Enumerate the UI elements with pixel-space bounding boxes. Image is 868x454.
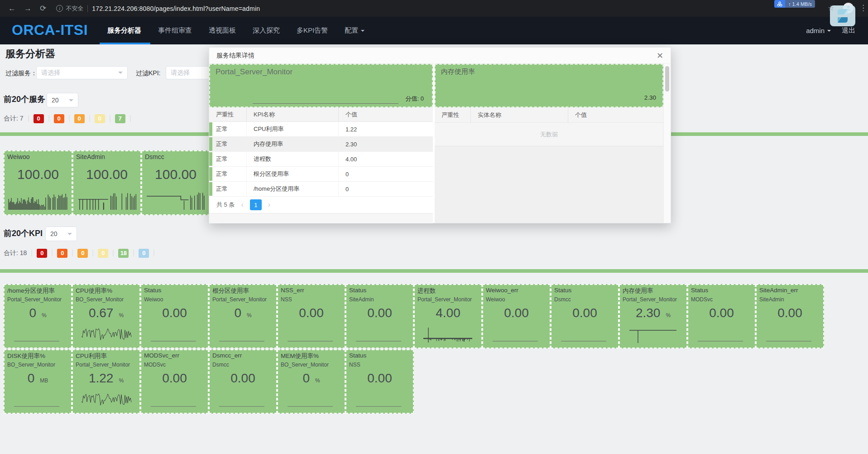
kpi-card-SiteAdmin_err[interactable]: SiteAdmin_errSiteAdmin0.00 bbox=[756, 284, 824, 348]
nav-item-2[interactable]: 事件组审查 bbox=[158, 26, 192, 35]
kpi-table-row[interactable]: 正常CPU利用率1.22 bbox=[209, 122, 433, 137]
kpi-card-title: Status bbox=[144, 287, 161, 294]
service-severity-badge-3: 0 bbox=[74, 114, 85, 123]
kpi-card-根分区使用率[interactable]: 根分区使用率Portal_Server_Monitor0% bbox=[209, 284, 277, 348]
kpi-card-service: BO_Server_Monitor bbox=[76, 296, 124, 303]
service-name: Portal_Server_Monitor bbox=[216, 68, 293, 77]
badge-separator bbox=[113, 250, 114, 256]
entity-table-header: 严重性 实体名称 个值 bbox=[435, 107, 663, 123]
kpi-card-title: 根分区使用率 bbox=[212, 287, 249, 295]
back-icon[interactable]: ← bbox=[8, 4, 16, 13]
close-icon[interactable]: ✕ bbox=[657, 52, 663, 60]
kpi-card-title: /home分区使用率 bbox=[7, 287, 55, 295]
kpi-card-title: MODSvc_err bbox=[144, 352, 179, 359]
forward-icon[interactable]: → bbox=[24, 4, 32, 13]
reload-icon[interactable]: ⟳ bbox=[40, 4, 46, 13]
kpi-card-service: SiteAdmin bbox=[759, 296, 784, 303]
nav-item-6[interactable]: 配置 bbox=[345, 26, 364, 35]
filter-kpi-placeholder: 请选择 bbox=[171, 69, 190, 77]
service-card-Weiwoo[interactable]: Weiwoo100.00 bbox=[4, 150, 72, 215]
nav-item-3[interactable]: 透视面板 bbox=[209, 26, 236, 35]
user-menu[interactable]: admin bbox=[806, 27, 831, 34]
kpi-card-CPU使用率%[interactable]: CPU使用率%BO_Server_Monitor0.67% bbox=[72, 284, 140, 348]
nav-item-1[interactable]: 服务分析器 bbox=[107, 26, 141, 35]
top-services-count-select[interactable]: 20 bbox=[47, 93, 78, 107]
badge-separator bbox=[89, 115, 90, 122]
kpi-card-service: Portal_Server_Monitor bbox=[623, 296, 677, 303]
entity-table-empty: 无数据 bbox=[435, 123, 663, 146]
next-page-icon[interactable]: › bbox=[268, 201, 270, 209]
service-card-sparkline bbox=[6, 189, 70, 213]
kpi-card-sparkline bbox=[147, 326, 202, 346]
kpi-table-row[interactable]: 正常/home分区使用率0 bbox=[209, 182, 433, 197]
bookmark-star-icon[interactable]: ☆ bbox=[828, 4, 834, 12]
modal-scrollbar[interactable] bbox=[663, 64, 671, 223]
kpi-card-/home分区使用率[interactable]: /home分区使用率Portal_Server_Monitor0% bbox=[4, 284, 72, 348]
kpi-card-unit: % bbox=[42, 312, 47, 319]
modal-kpi-column: 内存使用率 2.30 严重性 实体名称 个值 无数据 bbox=[435, 64, 663, 223]
service-card-name: Dsmcc bbox=[145, 153, 164, 160]
security-label: 不安全 bbox=[66, 5, 83, 13]
nav-item-4[interactable]: 深入探究 bbox=[253, 26, 280, 35]
service-card-Dsmcc[interactable]: Dsmcc100.00 bbox=[141, 150, 210, 215]
kpi-card-Status[interactable]: StatusDsmcc0.00 bbox=[551, 284, 619, 348]
row-value: 0 bbox=[339, 182, 432, 196]
top-kpis-count-select[interactable]: 20 bbox=[45, 227, 77, 241]
kpi-card-title: DISK使用率% bbox=[7, 352, 45, 360]
service-card-SiteAdmin[interactable]: SiteAdmin100.00 bbox=[72, 150, 141, 215]
kpi-card-Status[interactable]: StatusMODSvc0.00 bbox=[687, 284, 756, 348]
network-speed-extension-badge[interactable]: ↑ 1.4 MB/s bbox=[774, 0, 815, 8]
kpi-table-body: 正常CPU利用率1.22正常内存使用率2.30正常进程数4.00正常根分区使用率… bbox=[209, 122, 433, 197]
browser-menu-icon[interactable]: ⋮ bbox=[859, 3, 867, 13]
kpi-card-MODSvc_err[interactable]: MODSvc_errMODSvc0.00 bbox=[140, 349, 209, 414]
kpi-card-NSS_err[interactable]: NSS_errNSS0.00 bbox=[277, 284, 345, 348]
kpi-card-DISK使用率%[interactable]: DISK使用率%BO_Server_Monitor0MB bbox=[4, 349, 72, 414]
kpi-table-row[interactable]: 正常内存使用率2.30 bbox=[209, 137, 433, 152]
kpi-card-进程数[interactable]: 进程数Portal_Server_Monitor4.00 bbox=[414, 284, 482, 348]
kpi-card-value: 0 bbox=[234, 306, 241, 320]
row-severity: 正常 bbox=[209, 182, 247, 196]
page-title: 服务分析器 bbox=[5, 47, 55, 61]
kpi-card-unit: % bbox=[666, 312, 671, 319]
kpi-card-MEM使用率%[interactable]: MEM使用率%BO_Server_Monitor0% bbox=[277, 349, 345, 414]
security-indicator[interactable]: i 不安全 bbox=[56, 5, 83, 13]
kpi-card-Weiwoo_err[interactable]: Weiwoo_errWeiwoo0.00 bbox=[482, 284, 551, 348]
service-severity-badge-5: 7 bbox=[115, 114, 125, 123]
filter-service-select[interactable]: 请选择 bbox=[36, 66, 128, 79]
kpi-card-sparkline bbox=[216, 326, 271, 346]
badge-separator bbox=[28, 115, 29, 122]
kpi-value-panel: 内存使用率 2.30 bbox=[435, 64, 663, 107]
row-kpi-name: /home分区使用率 bbox=[247, 182, 339, 196]
kpi-card-value: 1.22 bbox=[89, 371, 114, 386]
kpi-card-Status[interactable]: StatusNSS0.00 bbox=[345, 349, 414, 414]
kpi-card-service: BO_Server_Monitor bbox=[281, 362, 329, 368]
scrollbar-thumb[interactable] bbox=[665, 66, 669, 92]
row-value: 1.22 bbox=[339, 122, 432, 136]
kpi-card-CPU利用率[interactable]: CPU利用率Portal_Server_Monitor1.22% bbox=[72, 349, 140, 414]
omnibox-divider bbox=[87, 5, 88, 12]
kpi-card-title: Status bbox=[349, 287, 366, 294]
kpi-card-内存使用率[interactable]: 内存使用率Portal_Server_Monitor2.30% bbox=[619, 284, 687, 348]
kpi-card-Status[interactable]: StatusWeiwoo0.00 bbox=[140, 284, 209, 348]
app-navbar: ORCA-ITSI 服务分析器事件组审查透视面板深入探究多KPI告警配置 adm… bbox=[0, 17, 868, 44]
nav-item-5[interactable]: 多KPI告警 bbox=[297, 26, 328, 35]
current-page-button[interactable]: 1 bbox=[250, 199, 262, 210]
modal-service-column: Portal_Server_Monitor 分值: 0 严重性 KPI名称 个值… bbox=[209, 64, 433, 223]
kpi-card-value: 0.00 bbox=[367, 306, 392, 320]
kpi-severity-total-label: 合计: 18 bbox=[4, 249, 27, 257]
kpi-card-Status[interactable]: StatusSiteAdmin0.00 bbox=[345, 284, 414, 348]
kpi-table-row[interactable]: 正常进程数4.00 bbox=[209, 152, 433, 167]
app-logo[interactable]: ORCA-ITSI bbox=[12, 22, 88, 39]
kpi-card-value: 0 bbox=[29, 306, 36, 320]
kpi-card-sparkline bbox=[489, 326, 544, 346]
kpi-card-sparkline bbox=[626, 326, 681, 346]
kpi-card-sparkline bbox=[147, 391, 202, 411]
prev-page-icon[interactable]: ‹ bbox=[241, 201, 243, 209]
logout-button[interactable]: 退出 bbox=[842, 26, 855, 35]
url-text[interactable]: 172.21.224.206:8080/pages/index.html?use… bbox=[92, 5, 260, 12]
address-bar[interactable]: i 不安全 172.21.224.206:8080/pages/index.ht… bbox=[56, 5, 260, 13]
kpi-table-row[interactable]: 正常根分区使用率0 bbox=[209, 167, 433, 182]
kpi-card-unit: % bbox=[119, 312, 124, 319]
pagination-total: 共 5 条 bbox=[216, 201, 235, 209]
kpi-card-Dsmcc_err[interactable]: Dsmcc_errDsmcc0.00 bbox=[209, 349, 277, 414]
